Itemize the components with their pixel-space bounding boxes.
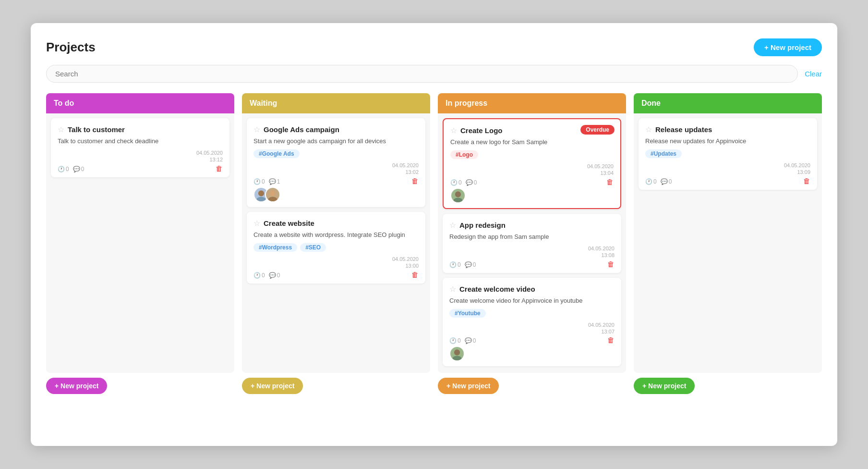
- page-title: Projects: [46, 40, 96, 55]
- card-release-updates[interactable]: ☆ Release updates Release new updates fo…: [639, 118, 817, 190]
- clock-count: 0: [458, 261, 461, 268]
- column-todo: To do ☆ Talk to customer Talk to custome…: [46, 93, 234, 394]
- card-title: Talk to customer: [68, 125, 125, 134]
- delete-icon[interactable]: 🗑: [411, 177, 419, 185]
- comment-stat: 💬 0: [661, 178, 672, 185]
- delete-icon[interactable]: 🗑: [606, 178, 614, 186]
- card-date: 04.05.202013:04: [587, 163, 614, 177]
- clock-count: 0: [458, 179, 462, 186]
- card-title: Create website: [264, 219, 314, 227]
- clock-icon: 🕐: [253, 272, 261, 279]
- star-icon[interactable]: ☆: [253, 219, 260, 228]
- star-icon[interactable]: ☆: [58, 125, 64, 134]
- header-row: Projects + New project: [46, 38, 822, 56]
- comment-stat: 💬 0: [269, 272, 280, 279]
- column-body-done: ☆ Release updates Release new updates fo…: [634, 113, 822, 373]
- meta-right: 04.05.202013:09 🗑: [784, 162, 810, 185]
- card-meta: 🕐 0 💬 0 04.05.202013:00 🗑: [253, 256, 419, 279]
- card-desc: Start a new google ads campaign for all …: [253, 137, 419, 146]
- delete-icon[interactable]: 🗑: [216, 164, 223, 173]
- tag-wordpress[interactable]: #Wordpress: [253, 243, 297, 252]
- meta-stats: 🕐 0 💬 0: [449, 337, 476, 344]
- avatar-2: [265, 187, 280, 202]
- card-desc: Create welcome video for Appinvoice in y…: [449, 296, 615, 305]
- tag-youtube[interactable]: #Youtube: [449, 309, 486, 318]
- overdue-badge: Overdue: [580, 125, 615, 135]
- col-btn-row-inprogress: + New project: [438, 373, 626, 394]
- column-done: Done ☆ Release updates Release new updat…: [634, 93, 822, 394]
- meta-stats: 🕐 0 💬 0: [58, 166, 84, 173]
- card-app-redesign[interactable]: ☆ App redesign Redesign the app from Sam…: [443, 214, 621, 273]
- svg-point-2: [270, 190, 276, 196]
- clock-icon: 🕐: [253, 178, 261, 185]
- clock-count: 0: [458, 337, 461, 344]
- card-title-row: ☆ Talk to customer: [58, 125, 223, 134]
- card-create-website[interactable]: ☆ Create website Create a website with w…: [247, 212, 425, 284]
- comment-icon: 💬: [269, 178, 276, 185]
- comment-icon: 💬: [465, 337, 472, 344]
- svg-point-4: [455, 191, 461, 197]
- comment-icon: 💬: [465, 261, 472, 268]
- clear-button[interactable]: Clear: [805, 70, 822, 78]
- new-project-button-top[interactable]: + New project: [754, 38, 822, 56]
- new-project-button-inprogress[interactable]: + New project: [438, 378, 499, 394]
- clock-stat: 🕐 0: [645, 178, 657, 185]
- comment-icon: 💬: [269, 272, 276, 279]
- star-icon[interactable]: ☆: [253, 125, 260, 134]
- tags-row: #Wordpress #SEO: [253, 243, 419, 252]
- star-icon[interactable]: ☆: [449, 221, 456, 230]
- tag-google-ads[interactable]: #Google Ads: [253, 149, 300, 158]
- card-date: 04.05.202013:09: [784, 162, 810, 176]
- card-title-row: ☆ Create welcome video: [449, 284, 615, 294]
- comment-stat: 💬 0: [465, 337, 476, 344]
- card-title: Create Logo: [460, 126, 503, 135]
- new-project-button-done[interactable]: + New project: [634, 378, 695, 394]
- card-date: 04.05.202013:00: [392, 256, 419, 270]
- comment-stat: 💬 0: [73, 166, 84, 173]
- card-desc: Release new updates for Appinvoice: [645, 137, 810, 146]
- clock-stat: 🕐 0: [449, 261, 461, 268]
- delete-icon[interactable]: 🗑: [607, 336, 615, 344]
- column-header-waiting: Waiting: [242, 93, 430, 113]
- clock-count: 0: [653, 178, 657, 185]
- column-body-inprogress: Overdue ☆ Create Logo Create a new logo …: [438, 113, 626, 373]
- svg-point-0: [258, 190, 264, 196]
- tag-logo[interactable]: #Logo: [450, 150, 478, 159]
- card-meta: 🕐 0 💬 0 04.05.202013:09 🗑: [645, 162, 810, 185]
- comment-icon: 💬: [73, 166, 80, 173]
- meta-right: 04.05.202013:08 🗑: [588, 245, 615, 268]
- delete-icon[interactable]: 🗑: [411, 271, 419, 279]
- star-icon[interactable]: ☆: [450, 126, 457, 135]
- delete-icon[interactable]: 🗑: [607, 260, 615, 268]
- meta-stats: 🕐 0 💬 0: [253, 272, 280, 279]
- comment-count: 0: [81, 166, 84, 173]
- delete-icon[interactable]: 🗑: [803, 177, 810, 185]
- new-project-button-todo[interactable]: + New project: [46, 378, 107, 394]
- card-google-ads[interactable]: ☆ Google Ads campaign Start a new google…: [247, 118, 425, 207]
- card-create-logo[interactable]: Overdue ☆ Create Logo Create a new logo …: [443, 118, 621, 209]
- col-btn-row-done: + New project: [634, 373, 822, 394]
- star-icon[interactable]: ☆: [645, 125, 652, 134]
- clock-count: 0: [262, 272, 265, 279]
- card-talk-to-customer[interactable]: ☆ Talk to customer Talk to customer and …: [51, 118, 229, 177]
- card-meta: 🕐 0 💬 1 04.05.202013:02: [253, 162, 419, 185]
- comment-count: 0: [473, 337, 476, 344]
- new-project-button-waiting[interactable]: + New project: [242, 378, 303, 394]
- clock-count: 0: [66, 166, 69, 173]
- clock-count: 0: [262, 178, 265, 185]
- tags-row: #Youtube: [449, 309, 615, 318]
- clock-icon: 🕐: [449, 261, 457, 268]
- card-meta: 🕐 0 💬 0 04.05.202013:12 🗑: [58, 149, 223, 173]
- star-icon[interactable]: ☆: [449, 284, 456, 294]
- comment-stat: 💬 1: [269, 178, 280, 185]
- tags-row: #Google Ads: [253, 149, 419, 158]
- card-welcome-video[interactable]: ☆ Create welcome video Create welcome vi…: [443, 278, 621, 367]
- column-body-waiting: ☆ Google Ads campaign Start a new google…: [242, 113, 430, 373]
- tag-seo[interactable]: #SEO: [300, 243, 326, 252]
- search-row: Clear: [46, 65, 822, 83]
- col-btn-row-todo: + New project: [46, 373, 234, 394]
- search-input[interactable]: [46, 65, 798, 83]
- clock-icon: 🕐: [645, 178, 652, 185]
- meta-stats: 🕐 0 💬 0: [645, 178, 672, 185]
- tag-updates[interactable]: #Updates: [645, 149, 682, 158]
